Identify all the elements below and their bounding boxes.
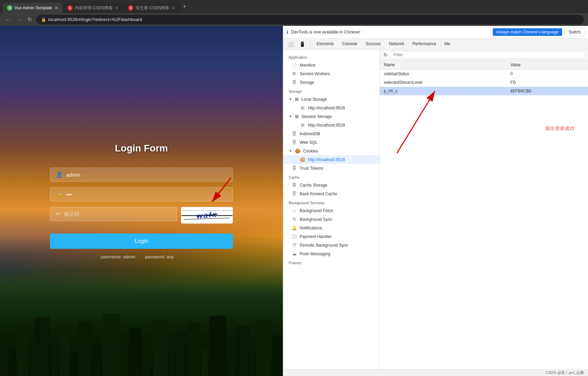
sidebar-item-bg-sync[interactable]: ↻ Background Sync — [283, 215, 379, 224]
sidebar-item-storage[interactable]: 🗄 Storage — [283, 78, 379, 87]
cookies-label: Cookies — [303, 149, 318, 154]
forward-button[interactable]: → — [15, 15, 23, 24]
cell-value-2: FD — [506, 78, 588, 87]
tab-favicon-1: V — [7, 5, 12, 11]
tab-close-3[interactable]: ✕ — [171, 5, 176, 11]
sidebar-item-session-storage[interactable]: ▼ ⊞ Session Storage — [283, 112, 379, 121]
address-bar-url: localhost:9528/#/login?redirect=%2Fdashb… — [48, 17, 142, 22]
web-sql-label: Web SQL — [300, 140, 318, 145]
tab-favicon-3: C — [128, 5, 133, 11]
sidebar-item-bg-fetch[interactable]: ↑↓ Background Fetch — [283, 206, 379, 215]
local-storage-grid-icon: ⊞ — [295, 97, 299, 102]
local-storage-host-label: http://localhost:9528 — [308, 106, 345, 110]
switch-button[interactable]: Switch — [565, 28, 585, 36]
logout-message: 退出登录成功 — [538, 119, 581, 139]
section-title-background-services: Background Services — [283, 198, 379, 206]
bg-sync-icon: ↻ — [291, 217, 297, 222]
notify-text: DevTools is now available in Chinese! — [291, 30, 490, 34]
periodic-sync-label: Periodic Background Sync — [300, 243, 348, 248]
session-storage-host-label: http://localhost:9528 — [308, 123, 345, 128]
match-language-button[interactable]: Always match Chrome's language — [493, 28, 562, 36]
table-row[interactable]: sidebarStatus 0 — [380, 70, 588, 78]
sidebar-item-cookies-host[interactable]: 🍪 http://localhost:9528 — [283, 155, 379, 164]
tab-more[interactable]: Me — [441, 39, 454, 50]
sidebar-item-web-sql[interactable]: 🗄 Web SQL — [283, 138, 379, 147]
username-input[interactable] — [66, 172, 227, 178]
devtools-inspect-icon[interactable]: ⬜ — [286, 40, 296, 48]
reload-button[interactable]: ↻ — [26, 15, 33, 24]
session-storage-label: Session Storage — [301, 114, 332, 119]
tab-network[interactable]: Network — [386, 39, 408, 50]
table-row-highlighted[interactable]: p_h5_u 4EFB9CB0- — [380, 87, 588, 96]
login-hints: username: admin password: any — [50, 254, 233, 259]
cache-storage-label: Cache Storage — [300, 183, 327, 188]
tab-elements[interactable]: Elements — [313, 39, 337, 50]
filter-input[interactable] — [391, 51, 585, 59]
storage-icon: 🗄 — [291, 80, 297, 85]
notifications-label: Notifications — [300, 226, 322, 230]
hint-password: password: any — [145, 254, 174, 259]
tab-csdn-write[interactable]: C 写文章-CSDN博客 ✕ — [124, 3, 180, 13]
cell-name-3: p_h5_u — [380, 87, 506, 96]
captcha-image[interactable]: wafx — [181, 207, 233, 224]
sidebar-item-indexeddb[interactable]: 🗄 IndexedDB — [283, 129, 379, 138]
bg-fetch-label: Background Fetch — [300, 208, 333, 213]
sidebar-item-notifications[interactable]: 🔔 Notifications — [283, 224, 379, 232]
manifest-icon: 📄 — [291, 62, 297, 68]
storage-toolbar: ↻ — [380, 50, 588, 60]
sidebar-item-service-workers[interactable]: ⚙ Service Workers — [283, 69, 379, 78]
info-icon: ℹ — [287, 29, 288, 35]
notifications-icon: 🔔 — [291, 225, 297, 230]
devtools-notification: ℹ DevTools is now available in Chinese! … — [283, 26, 588, 39]
cookies-arrow: ▼ — [289, 149, 292, 153]
storage-table: Name Value sidebarStatus 0 sel — [380, 60, 588, 96]
captcha-input-field[interactable] — [64, 211, 171, 217]
login-button[interactable]: Login — [50, 234, 233, 249]
login-title: Login Form — [115, 143, 168, 154]
captcha-icon: ✏ — [56, 211, 60, 217]
section-title-application: Application — [283, 52, 379, 61]
lock-icon: 🔒 — [41, 17, 46, 22]
tab-performance[interactable]: Performance — [409, 39, 440, 50]
password-input[interactable] — [66, 191, 227, 197]
tab-favicon-2: C — [67, 5, 73, 11]
indexeddb-label: IndexedDB — [300, 131, 320, 136]
session-storage-grid-icon: ⊞ — [295, 114, 299, 119]
sidebar-item-push-messaging[interactable]: ☁ Push Messaging — [283, 249, 379, 258]
sidebar-item-session-storage-host[interactable]: ⊞ http://localhost:9528 — [283, 121, 379, 129]
tab-console[interactable]: Console — [339, 39, 361, 50]
sidebar-item-back-forward-cache[interactable]: 🗄 Back-forward Cache — [283, 189, 379, 198]
sidebar-item-trust-tokens[interactable]: 🗄 Trust Tokens — [283, 164, 379, 172]
cache-storage-icon: 🗄 — [291, 182, 297, 188]
new-tab-button[interactable]: + — [180, 2, 189, 12]
sidebar-item-cookies[interactable]: ▼ 🍪 Cookies — [283, 147, 379, 155]
trust-tokens-icon: 🗄 — [291, 166, 297, 171]
tab-label-3: 写文章-CSDN博客 — [136, 5, 169, 11]
tab-sources[interactable]: Sources — [362, 39, 384, 50]
refresh-button[interactable]: ↻ — [382, 51, 389, 59]
sidebar-item-manifest[interactable]: 📄 Manifest — [283, 61, 379, 69]
toolbar-separator-1 — [310, 41, 310, 47]
tab-vue-admin[interactable]: V Vue Admin Template ✕ — [3, 3, 62, 13]
session-storage-arrow: ▼ — [289, 115, 292, 118]
trust-tokens-label: Trust Tokens — [300, 166, 323, 171]
tab-close-2[interactable]: ✕ — [115, 5, 119, 11]
back-button[interactable]: ← — [4, 15, 12, 24]
sidebar-item-local-storage[interactable]: ▼ ⊞ Local Storage — [283, 95, 379, 103]
table-row[interactable]: selectedStreamLevel FD — [380, 78, 588, 87]
section-title-storage: Storage — [283, 87, 379, 95]
cell-name-2: selectedStreamLevel — [380, 78, 506, 87]
sidebar-item-cache-storage[interactable]: 🗄 Cache Storage — [283, 181, 379, 189]
sidebar-item-local-storage-host[interactable]: ⊞ http://localhost:9528 — [283, 103, 379, 112]
section-title-cache: Cache — [283, 172, 379, 181]
back-forward-cache-icon: 🗄 — [291, 191, 297, 196]
storage-table-scroll[interactable]: Name Value sidebarStatus 0 sel — [380, 60, 588, 369]
tab-close-1[interactable]: ✕ — [54, 5, 58, 11]
devtools-device-icon[interactable]: 📱 — [297, 40, 307, 48]
tab-csdn-content[interactable]: C 内容管理-CSDN博客 ✕ — [63, 3, 123, 13]
session-storage-host-icon: ⊞ — [300, 122, 305, 128]
bg-sync-label: Background Sync — [300, 217, 332, 222]
sidebar-item-payment-handler[interactable]: ⬜ Payment Handler — [283, 232, 379, 241]
lock-icon2: 🔒 — [56, 191, 63, 198]
sidebar-item-periodic-sync[interactable]: ⏱ Periodic Background Sync — [283, 241, 379, 249]
